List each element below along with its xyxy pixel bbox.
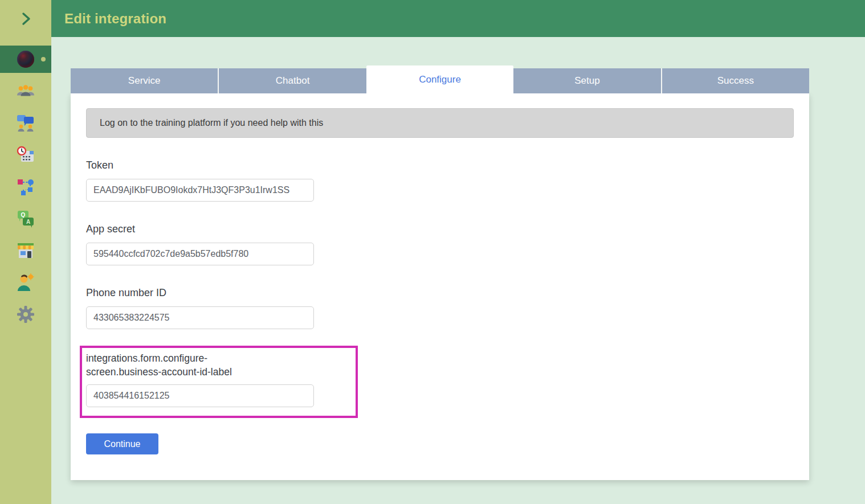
help-notice: Log on to the training platform if you n… [86,108,794,138]
main-area: Edit integration Service Chatbot Configu… [51,0,865,504]
token-input[interactable] [86,179,314,202]
sidebar-expand-button[interactable] [0,0,51,37]
sidebar-item-profile[interactable] [0,269,51,296]
app-secret-field-group: App secret [86,223,809,265]
svg-text:A: A [26,219,30,225]
qa-chat-icon: Q A [16,209,35,228]
tab-success[interactable]: Success [662,68,809,93]
tab-service[interactable]: Service [71,68,219,93]
sidebar-item-schedule[interactable] [0,141,51,169]
business-account-id-input[interactable] [86,384,314,407]
schedule-icon [16,145,35,165]
agent-icon [16,273,35,292]
user-avatar [17,51,34,68]
conversations-icon [16,113,35,133]
phone-number-id-label: Phone number ID [86,287,809,299]
page-title: Edit integration [64,11,166,27]
store-icon [16,241,35,260]
workflow-icon [16,177,35,196]
token-field-group: Token [86,159,809,202]
top-bar: Edit integration [51,0,865,37]
sidebar: Q A [0,0,51,504]
token-label: Token [86,159,809,171]
sidebar-item-team[interactable] [0,77,51,105]
sidebar-item-settings[interactable] [0,301,51,328]
app-secret-input[interactable] [86,243,314,265]
configure-form: Log on to the training platform if you n… [71,93,809,480]
integration-panel: Service Chatbot Configure Setup Success … [71,65,809,480]
phone-number-id-field-group: Phone number ID [86,287,809,329]
content-area: Service Chatbot Configure Setup Success … [51,37,865,504]
gear-icon [16,305,35,324]
tab-setup[interactable]: Setup [513,68,662,93]
chevron-right-icon [16,9,35,28]
app-secret-label: App secret [86,223,809,235]
phone-number-id-input[interactable] [86,306,314,329]
sidebar-item-account[interactable] [0,46,51,73]
sidebar-nav: Q A [0,37,51,333]
sidebar-item-conversations[interactable] [0,109,51,137]
sidebar-item-store[interactable] [0,237,51,264]
app-window: Q A [0,0,865,504]
continue-button[interactable]: Continue [86,433,158,454]
tab-chatbot[interactable]: Chatbot [219,68,367,93]
svg-text:Q: Q [21,212,26,218]
sidebar-item-qa[interactable]: Q A [0,205,51,232]
sidebar-item-workflow[interactable] [0,173,51,200]
tab-bar: Service Chatbot Configure Setup Success [71,65,809,93]
business-account-id-label: integrations.form.configure-screen.busin… [86,351,280,379]
status-dot [41,57,46,62]
team-icon [16,81,35,101]
tab-configure[interactable]: Configure [366,65,513,93]
business-account-id-highlight-box: integrations.form.configure-screen.busin… [80,346,358,418]
